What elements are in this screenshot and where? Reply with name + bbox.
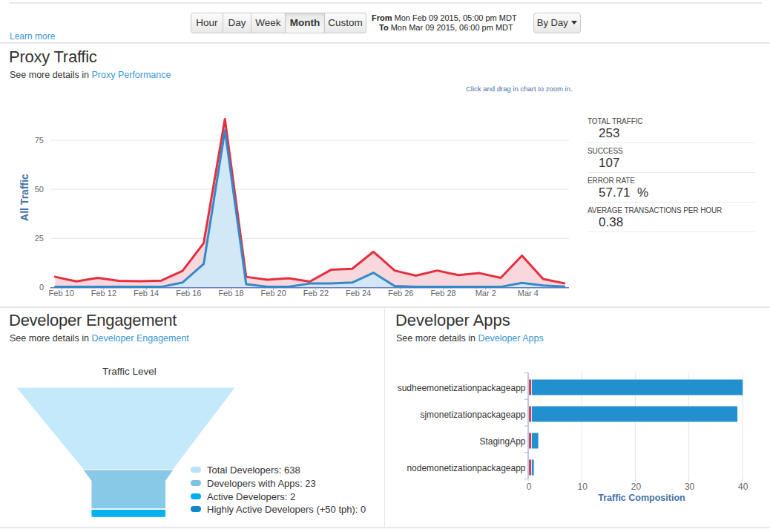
svg-text:20: 20 — [631, 482, 642, 492]
svg-text:Feb 12: Feb 12 — [91, 289, 116, 298]
svg-text:Feb 24: Feb 24 — [346, 289, 371, 298]
svg-text:Feb 14: Feb 14 — [134, 289, 159, 298]
svg-text:sjmonetizationpackageapp: sjmonetizationpackageapp — [420, 410, 525, 420]
svg-text:50: 50 — [35, 185, 44, 194]
svg-text:Feb 22: Feb 22 — [303, 289, 329, 298]
svg-text:0: 0 — [527, 482, 532, 492]
svg-text:All Traffic: All Traffic — [19, 174, 30, 221]
svg-text:Feb 18: Feb 18 — [218, 289, 243, 298]
svg-text:25: 25 — [35, 234, 44, 243]
svg-text:Mar 4: Mar 4 — [518, 289, 539, 298]
svg-text:30: 30 — [685, 482, 695, 492]
svg-text:StagingApp: StagingApp — [479, 436, 525, 447]
svg-text:0: 0 — [39, 283, 44, 292]
svg-text:Feb 16: Feb 16 — [176, 289, 201, 298]
svg-text:Traffic Composition: Traffic Composition — [598, 493, 685, 503]
svg-text:40: 40 — [738, 482, 748, 492]
svg-text:75: 75 — [35, 136, 44, 145]
svg-text:sudheemonetizationpackageapp: sudheemonetizationpackageapp — [398, 383, 526, 393]
svg-text:Feb 20: Feb 20 — [261, 289, 286, 298]
svg-text:nodemonetizationpackageapp: nodemonetizationpackageapp — [407, 463, 525, 473]
svg-text:10: 10 — [578, 482, 588, 492]
svg-text:Mar 2: Mar 2 — [476, 289, 496, 298]
svg-text:Feb 26: Feb 26 — [388, 289, 413, 298]
svg-text:Feb 10: Feb 10 — [49, 289, 74, 298]
svg-text:Feb 28: Feb 28 — [430, 289, 455, 298]
